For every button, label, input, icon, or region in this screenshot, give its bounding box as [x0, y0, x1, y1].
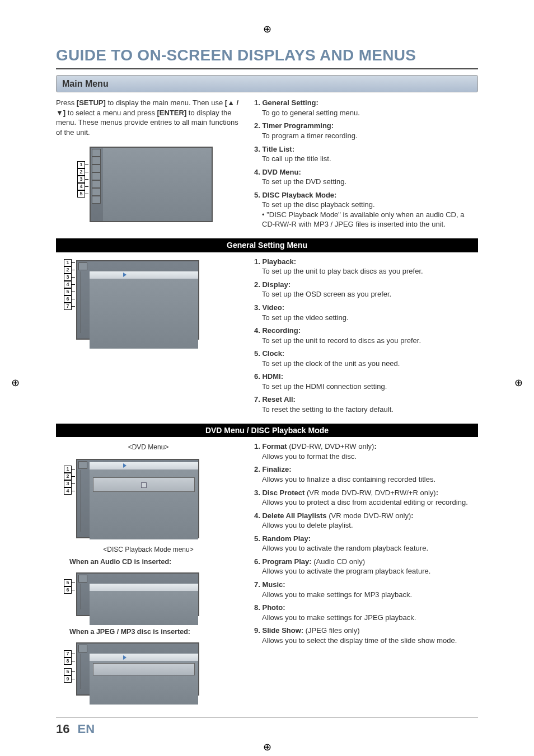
- screenshot-dvd-menu: 1 2 3 4: [76, 456, 199, 544]
- item-head: Title List:: [262, 145, 294, 153]
- item-head: HDMI:: [262, 372, 283, 381]
- callout-2: 2: [64, 473, 72, 480]
- item-desc: Allows you to finalize a disc containing…: [262, 475, 478, 485]
- callout-4: 4: [64, 281, 72, 288]
- callout-5: 5: [77, 190, 85, 198]
- menu-row-icon: [92, 149, 101, 157]
- item-number: 6.: [254, 372, 260, 381]
- dvd-item-4: 4. Delete All Playlists (VR mode DVD-RW …: [254, 511, 478, 530]
- gs-item-5: 5. Clock:To set up the clock of the unit…: [254, 349, 478, 368]
- item-head: Playback:: [262, 257, 296, 266]
- intro-text-c: to display the main menu. Then use: [106, 98, 225, 107]
- item-desc: Allows you to protect a disc from accide…: [262, 497, 478, 508]
- item-number: 7.: [254, 580, 260, 589]
- menu-row-icon: [92, 157, 101, 165]
- item-colon: :: [374, 442, 376, 450]
- item-head: Clock:: [262, 349, 284, 358]
- item-number: 9.: [254, 626, 260, 635]
- item-number: 1.: [254, 98, 260, 107]
- screenshot-disc-playback-jpeg-mp3: 7 8 5 9: [76, 639, 199, 701]
- item-desc: To set up the disc playback setting.: [262, 200, 478, 210]
- menu-row-icon: [92, 172, 101, 180]
- callout-1: 1: [77, 161, 85, 168]
- subhead-audio-cd: When an Audio CD is inserted:: [69, 557, 241, 567]
- registration-mark-bottom: ⊕: [263, 740, 271, 754]
- gs-item-3: 3. Video:To set up the video setting.: [254, 303, 478, 322]
- callout-3: 3: [64, 480, 72, 487]
- dvd-item-1: 1. Format (DVD-RW, DVD+RW only):Allows y…: [254, 442, 478, 461]
- item-desc: To reset the setting to the factory defa…: [262, 405, 478, 415]
- item-head: Format: [262, 442, 287, 450]
- intro-paragraph: Press [SETUP] to display the main menu. …: [56, 98, 241, 137]
- item-desc: To set up the video setting.: [262, 313, 478, 323]
- item-number: 5.: [254, 349, 260, 358]
- item-number: 2.: [254, 465, 260, 473]
- item-head: Finalize:: [262, 465, 291, 473]
- callout-4: 4: [77, 183, 85, 190]
- gs-item-2: 2. Display:To set up the OSD screen as y…: [254, 280, 478, 299]
- item-head: General Setting:: [262, 98, 318, 107]
- item-head: DISC Playback Mode:: [262, 191, 336, 199]
- page-number: 16: [56, 721, 69, 738]
- callout-8: 8: [64, 658, 72, 665]
- menu-row-icon: [78, 461, 87, 469]
- item-desc: Allows you to delete playlist.: [262, 520, 478, 530]
- item-paren: (DVD-RW, DVD+RW only): [287, 442, 374, 450]
- callout-5: 5: [64, 668, 72, 675]
- dvd-item-7: 7. Music:Allows you to make settings for…: [254, 580, 478, 599]
- screenshot-main-menu: 1 2 3 4 5: [90, 143, 213, 228]
- intro-text-a: Press: [56, 98, 77, 107]
- item-number: 4.: [254, 511, 260, 520]
- item-number: 3.: [254, 145, 260, 153]
- item-head: Slide Show:: [262, 626, 303, 635]
- menu-row-icon: [92, 188, 101, 196]
- item-number: 4.: [254, 168, 260, 176]
- registration-mark-right: ⊕: [514, 376, 523, 389]
- item-head: Delete All Playlists: [262, 511, 326, 520]
- callout-6: 6: [64, 295, 72, 303]
- main-item-5: 5. DISC Playback Mode: To set up the dis…: [254, 190, 478, 229]
- item-number: 1.: [254, 257, 260, 266]
- callout-6: 6: [64, 586, 72, 594]
- item-number: 6.: [254, 557, 260, 566]
- item-number: 5.: [254, 534, 260, 543]
- main-item-4: 4. DVD Menu: To set up the DVD setting.: [254, 167, 478, 187]
- subsection-dvd-disc: DVD Menu / DISC Playback Mode: [56, 424, 478, 438]
- item-number: 3.: [254, 303, 260, 312]
- item-number: 2.: [254, 121, 260, 130]
- item-number: 5.: [254, 191, 260, 199]
- item-desc: To set up the HDMI connection setting.: [262, 382, 478, 392]
- callout-labels-dvd: 1 2 3 4: [64, 466, 72, 495]
- item-desc: To program a timer recording.: [262, 131, 478, 141]
- callout-labels-jpeg-mp3: 7 8 5 9: [64, 650, 72, 683]
- subhead-jpeg-mp3: When a JPEG / MP3 disc is inserted:: [69, 627, 241, 637]
- play-arrow-icon: [123, 655, 127, 660]
- dvd-item-9: 9. Slide Show: (JPEG files only)Allows y…: [254, 626, 478, 645]
- callout-3: 3: [64, 274, 72, 281]
- intro-enter-key: [ENTER]: [157, 109, 187, 117]
- menu-row-icon: [78, 575, 87, 583]
- gs-item-6: 6. HDMI:To set up the HDMI connection se…: [254, 372, 478, 391]
- callout-2: 2: [77, 168, 85, 176]
- item-desc: To set up the unit to play back discs as…: [262, 266, 478, 276]
- menu-row-icon: [92, 165, 101, 172]
- dvd-item-6: 6. Program Play: (Audio CD only)Allows y…: [254, 557, 478, 576]
- page-title: GUIDE TO ON-SCREEN DISPLAYS AND MENUS: [56, 45, 478, 69]
- item-note: "DISC Playback Mode" is available only w…: [262, 210, 478, 229]
- item-head: Timer Programming:: [262, 121, 334, 130]
- main-item-3: 3. Title List: To call up the title list…: [254, 144, 478, 164]
- item-paren: (VR mode DVD-RW, DVD+RW/+R only): [305, 489, 435, 497]
- item-paren: (JPEG files only): [303, 626, 359, 635]
- item-head: Music:: [262, 580, 285, 589]
- callout-4: 4: [64, 487, 72, 495]
- page-footer: 16 EN: [56, 717, 478, 738]
- callout-1: 1: [64, 466, 72, 473]
- callout-3: 3: [77, 176, 85, 183]
- item-head: Reset All:: [262, 395, 295, 403]
- item-desc: Allows you to activate the random playba…: [262, 543, 478, 553]
- dvd-item-8: 8. Photo:Allows you to make settings for…: [254, 603, 478, 622]
- callout-7: 7: [64, 650, 72, 658]
- registration-mark-left: ⊕: [11, 376, 20, 389]
- item-desc: Allows you to make settings for JPEG pla…: [262, 613, 478, 623]
- page-language: EN: [77, 721, 95, 738]
